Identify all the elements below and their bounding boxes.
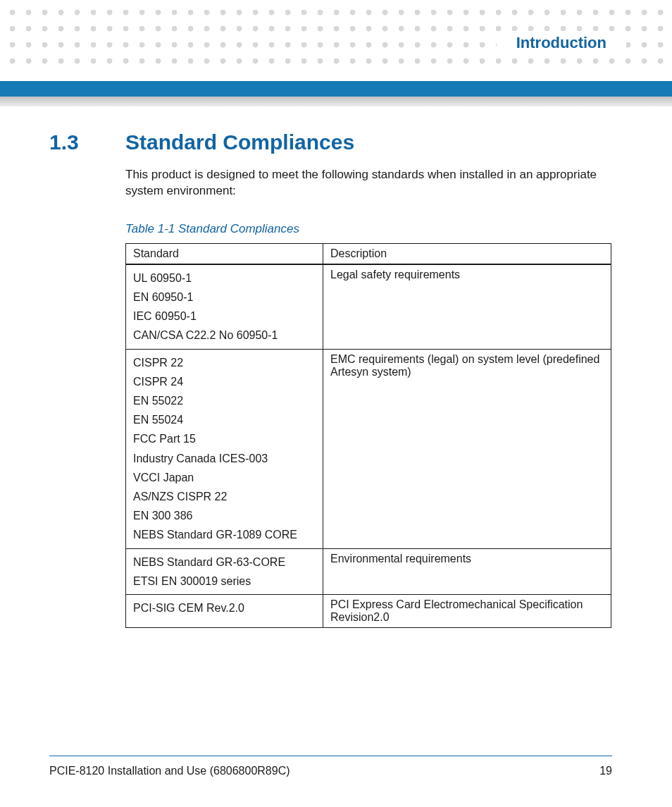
section-intro-text: This product is designed to meet the fol… bbox=[125, 167, 612, 199]
page-content: 1.3 Standard Compliances This product is… bbox=[49, 130, 612, 628]
page-footer: PCIE-8120 Installation and Use (6806800R… bbox=[49, 756, 612, 777]
header-gray-bar bbox=[0, 97, 672, 106]
chapter-title: Introduction bbox=[511, 34, 612, 52]
footer-doc-title: PCIE-8120 Installation and Use (6806800R… bbox=[49, 765, 290, 777]
standard-item: CISPR 24 bbox=[133, 372, 316, 391]
table-cell-description: EMC requirements (legal) on system level… bbox=[323, 349, 611, 548]
standard-item: IEC 60950-1 bbox=[133, 307, 316, 326]
table-cell-standard: CISPR 22CISPR 24EN 55022EN 55024FCC Part… bbox=[126, 349, 323, 548]
table-cell-standard: NEBS Standard GR-63-COREETSI EN 300019 s… bbox=[126, 548, 323, 594]
standard-item: EN 55024 bbox=[133, 410, 316, 429]
standard-item: UL 60950-1 bbox=[133, 269, 316, 288]
table-cell-standard: UL 60950-1EN 60950-1IEC 60950-1CAN/CSA C… bbox=[126, 264, 323, 349]
standard-item: EN 300 386 bbox=[133, 506, 316, 525]
standard-item: NEBS Standard GR-1089 CORE bbox=[133, 525, 316, 544]
standard-item: ETSI EN 300019 series bbox=[133, 572, 316, 591]
standard-item: Industry Canada ICES-003 bbox=[133, 449, 316, 468]
table-cell-description: Environmental requirements bbox=[323, 548, 611, 594]
table-header-row: Standard Description bbox=[126, 243, 611, 264]
table-row: CISPR 22CISPR 24EN 55022EN 55024FCC Part… bbox=[126, 349, 611, 548]
footer-page-number: 19 bbox=[599, 765, 612, 777]
standard-item: PCI-SIG CEM Rev.2.0 bbox=[133, 598, 316, 617]
standard-item: EN 55022 bbox=[133, 391, 316, 410]
standard-item: FCC Part 15 bbox=[133, 429, 316, 448]
section-heading: 1.3 Standard Compliances bbox=[49, 130, 612, 154]
header-blue-bar bbox=[0, 81, 672, 97]
table-row: NEBS Standard GR-63-COREETSI EN 300019 s… bbox=[126, 548, 611, 594]
table-row: UL 60950-1EN 60950-1IEC 60950-1CAN/CSA C… bbox=[126, 264, 611, 349]
compliance-table: Standard Description UL 60950-1EN 60950-… bbox=[125, 243, 611, 628]
table-cell-standard: PCI-SIG CEM Rev.2.0 bbox=[126, 594, 323, 627]
table-cell-description: PCI Express Card Electromechanical Speci… bbox=[323, 594, 611, 627]
standard-item: AS/NZS CISPR 22 bbox=[133, 487, 316, 506]
table-cell-description: Legal safety requirements bbox=[323, 264, 611, 349]
standard-item: CISPR 22 bbox=[133, 353, 316, 372]
table-row: PCI-SIG CEM Rev.2.0PCI Express Card Elec… bbox=[126, 594, 611, 627]
standard-item: EN 60950-1 bbox=[133, 288, 316, 307]
standard-item: CAN/CSA C22.2 No 60950-1 bbox=[133, 326, 316, 345]
table-caption: Table 1-1 Standard Compliances bbox=[125, 222, 612, 236]
standard-item: VCCI Japan bbox=[133, 468, 316, 487]
section-title: Standard Compliances bbox=[125, 130, 354, 154]
table-header-description: Description bbox=[323, 243, 611, 264]
standard-item: NEBS Standard GR-63-CORE bbox=[133, 553, 316, 572]
table-header-standard: Standard bbox=[126, 243, 323, 264]
section-number: 1.3 bbox=[49, 130, 125, 154]
